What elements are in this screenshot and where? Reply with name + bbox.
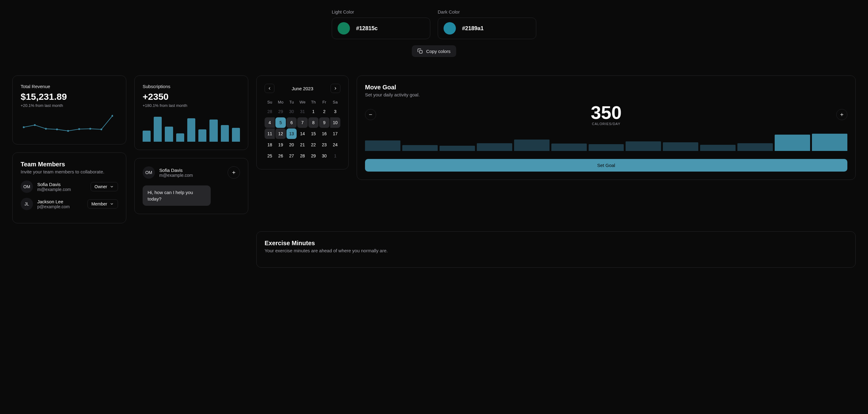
calendar-day[interactable]: 30: [319, 151, 329, 161]
bar: [232, 128, 240, 142]
calendar-day[interactable]: 29: [308, 151, 318, 161]
calendar-day[interactable]: 22: [308, 139, 318, 150]
calendar-day[interactable]: 1: [330, 151, 340, 161]
goal-unit: CALORIES/DAY: [591, 122, 622, 126]
chevron-right-icon: [333, 86, 338, 91]
goal-decrease-button[interactable]: [365, 109, 376, 120]
set-goal-button[interactable]: Set Goal: [365, 159, 847, 171]
chat-avatar: OM: [143, 166, 155, 179]
copy-colors-label: Copy colors: [426, 49, 450, 54]
calendar-day[interactable]: 17: [330, 128, 340, 139]
calendar-day[interactable]: 31: [297, 106, 307, 117]
copy-icon: [417, 49, 423, 54]
plus-icon: [839, 112, 844, 117]
calendar-day[interactable]: 30: [286, 106, 297, 117]
team-title: Team Members: [21, 161, 118, 168]
calendar-day[interactable]: 6: [286, 117, 297, 128]
calendar-day[interactable]: 27: [286, 151, 297, 161]
goal-bar: [663, 142, 698, 151]
calendar-day[interactable]: 4: [265, 117, 275, 128]
calendar-day[interactable]: 5: [275, 117, 285, 128]
light-color-value: #12815c: [356, 25, 378, 32]
dark-color-input[interactable]: #2189a1: [438, 18, 536, 39]
calendar-day[interactable]: 1: [308, 106, 318, 117]
light-color-input[interactable]: #12815c: [332, 18, 430, 39]
svg-point-5: [67, 130, 69, 132]
calendar-day[interactable]: 20: [286, 139, 297, 150]
svg-point-1: [23, 126, 25, 128]
calendar-day[interactable]: 14: [297, 128, 307, 139]
revenue-delta: +20.1% from last month: [21, 103, 118, 108]
add-chat-button[interactable]: [228, 166, 240, 179]
bar: [210, 120, 217, 142]
chat-name: Sofia Davis: [159, 167, 223, 173]
calendar-next-button[interactable]: [331, 84, 340, 93]
calendar-day[interactable]: 9: [319, 117, 329, 128]
calendar-dow: Tu: [286, 98, 297, 106]
team-member-row: OM Sofia Davis m@example.com Owner: [21, 181, 118, 193]
bar: [154, 117, 162, 142]
calendar-prev-button[interactable]: [265, 84, 274, 93]
goal-bar: [439, 146, 475, 151]
svg-rect-0: [420, 51, 422, 53]
plus-icon: [231, 170, 236, 175]
calendar-dow: Sa: [330, 98, 340, 106]
calendar-day[interactable]: 29: [275, 106, 285, 117]
svg-point-4: [56, 128, 58, 130]
avatar: JL: [21, 198, 33, 210]
revenue-card: Total Revenue $15,231.89 +20.1% from las…: [12, 75, 126, 145]
avatar: OM: [21, 181, 33, 193]
bar: [198, 129, 206, 142]
calendar-day[interactable]: 18: [265, 139, 275, 150]
subscriptions-card: Subscriptions +2350 +180.1% from last mo…: [134, 75, 248, 150]
calendar-day[interactable]: 7: [297, 117, 307, 128]
calendar-day[interactable]: 28: [297, 151, 307, 161]
role-select[interactable]: Owner: [91, 182, 118, 191]
exercise-card: Exercise Minutes Your exercise minutes a…: [256, 231, 856, 268]
calendar-day[interactable]: 16: [319, 128, 329, 139]
calendar-day[interactable]: 28: [265, 106, 275, 117]
goal-bar: [514, 139, 550, 151]
revenue-sparkline: [21, 114, 113, 135]
calendar-day[interactable]: 26: [275, 151, 285, 161]
calendar-dow: We: [297, 98, 307, 106]
calendar-day[interactable]: 2: [319, 106, 329, 117]
goal-subtitle: Set your daily activity goal.: [365, 92, 847, 97]
calendar-day[interactable]: 15: [308, 128, 318, 139]
member-name: Sofia Davis: [37, 182, 86, 187]
calendar-day[interactable]: 10: [330, 117, 340, 128]
copy-colors-button[interactable]: Copy colors: [412, 45, 456, 57]
bar: [143, 131, 151, 142]
dark-color-value: #2189a1: [462, 25, 484, 32]
goal-bar: [626, 141, 661, 151]
calendar-day[interactable]: 23: [319, 139, 329, 150]
calendar-day[interactable]: 13: [286, 128, 297, 139]
team-member-row: JL Jackson Lee p@example.com Member: [21, 198, 118, 210]
calendar-dow: Mo: [275, 98, 285, 106]
role-select[interactable]: Member: [88, 199, 118, 209]
goal-bars: [365, 132, 847, 151]
bar: [165, 127, 173, 142]
subscriptions-bars: [143, 114, 240, 142]
calendar-day[interactable]: 12: [275, 128, 285, 139]
calendar-day[interactable]: 3: [330, 106, 340, 117]
calendar-day[interactable]: 8: [308, 117, 318, 128]
goal-increase-button[interactable]: [836, 109, 847, 120]
goal-bar: [700, 145, 736, 151]
calendar-day[interactable]: 25: [265, 151, 275, 161]
exercise-title: Exercise Minutes: [265, 240, 847, 247]
calendar-day[interactable]: 24: [330, 139, 340, 150]
dark-color-label: Dark Color: [438, 9, 536, 14]
chevron-left-icon: [267, 86, 272, 91]
role-label: Member: [91, 201, 107, 206]
calendar-day[interactable]: 19: [275, 139, 285, 150]
goal-bar: [812, 134, 847, 151]
light-color-label: Light Color: [332, 9, 430, 14]
chevron-down-icon: [110, 202, 114, 206]
calendar-day[interactable]: 21: [297, 139, 307, 150]
member-email: m@example.com: [37, 187, 86, 192]
bar: [187, 118, 195, 142]
calendar-day[interactable]: 11: [265, 128, 275, 139]
svg-point-3: [45, 128, 47, 130]
chat-message: Hi, how can I help you today?: [143, 185, 211, 206]
